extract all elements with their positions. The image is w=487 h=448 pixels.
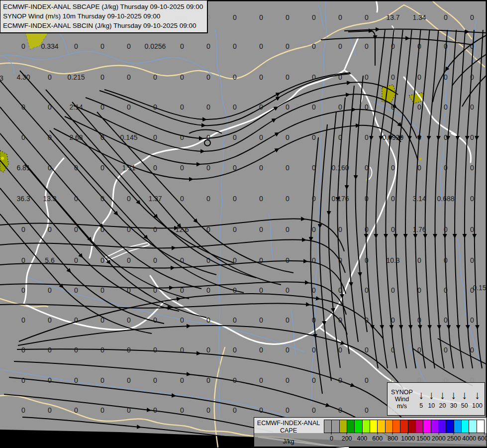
title-line-sbcape: ECMWF-INDEX-ANAL SBCAPE (J/kg) Thursday … xyxy=(3,2,203,11)
cape-swatch xyxy=(408,420,416,433)
cape-tick-label: 2000 xyxy=(432,435,446,442)
down-arrow-icon: ↓ xyxy=(475,389,480,401)
cape-tick-label: 0 xyxy=(330,435,333,442)
streamline xyxy=(86,82,398,138)
streamline xyxy=(321,38,473,45)
streamline xyxy=(0,81,216,275)
highlight-borders-layer xyxy=(24,0,479,448)
cape-tickmark xyxy=(392,432,393,435)
cape-swatch xyxy=(393,420,400,433)
synop-speed-value: 100 xyxy=(472,402,483,409)
cape-tickmark xyxy=(408,432,408,435)
cape-tickmark xyxy=(485,432,485,435)
cape-tick-label: 200 xyxy=(342,435,352,442)
cape-swatch xyxy=(400,420,408,433)
cape-swatch xyxy=(347,420,355,433)
streamline-eddy xyxy=(204,140,210,146)
cape-swatch xyxy=(477,420,484,433)
streamline xyxy=(405,30,421,368)
cape-title-line: CAPE xyxy=(280,427,297,435)
streamline xyxy=(72,102,281,285)
synop-speed-column: ↓100 xyxy=(472,389,483,409)
cape-swatch xyxy=(363,420,370,433)
streamline xyxy=(413,348,473,386)
map-canvas xyxy=(0,0,487,448)
streamline xyxy=(97,112,293,273)
cape-tick-label: 400 xyxy=(357,435,367,442)
streamline xyxy=(0,214,152,334)
cape-swatch xyxy=(454,420,462,433)
down-arrow-icon: ↓ xyxy=(429,389,434,401)
cape-swatch xyxy=(423,420,431,433)
cape-legend-title: ECMWF-INDEX-ANAL CAPE J/kg xyxy=(254,418,323,447)
title-box: ECMWF-INDEX-ANAL SBCAPE (J/kg) Thursday … xyxy=(0,0,208,33)
streamline xyxy=(425,30,439,368)
cape-colorbar-wrap: 0200400600800100015002000250040006000 xyxy=(323,418,487,447)
cape-swatch xyxy=(469,420,477,433)
synop-title-line: m/s xyxy=(388,403,416,410)
cape-tickmark xyxy=(331,432,332,435)
cape-swatch xyxy=(378,420,385,433)
synop-legend-title: SYNOP Wind m/s xyxy=(388,389,416,410)
synop-speed-column: ↓30 xyxy=(450,389,457,409)
cape-swatch xyxy=(446,420,454,433)
streamline xyxy=(347,86,358,342)
cape-tickmark xyxy=(377,432,378,435)
streamline xyxy=(415,30,430,368)
synop-speed-column: ↓50 xyxy=(461,389,468,409)
synop-speed-column: ↓5 xyxy=(418,389,424,409)
synop-wind-legend: SYNOP Wind m/s ↓5↓10↓20↓30↓50↓100 xyxy=(387,382,485,416)
cape-tick-label: 6000 xyxy=(478,435,487,442)
cape-colorbar xyxy=(324,420,485,433)
cape-tickmark xyxy=(454,432,454,435)
title-line-synop-wind: SYNOP Wind (m/s) 10m Thursday 09-10-2025… xyxy=(3,11,203,21)
cape-swatch xyxy=(370,420,378,433)
synop-speed-columns: ↓5↓10↓20↓30↓50↓100 xyxy=(416,383,485,415)
cape-tick-label: 1000 xyxy=(401,435,415,442)
down-arrow-icon: ↓ xyxy=(418,389,424,401)
cape-tickmark xyxy=(469,432,470,435)
cape-units-label: J/kg xyxy=(283,438,294,446)
cape-tick-label: 1500 xyxy=(416,435,430,442)
cape-swatch xyxy=(431,420,439,433)
cape-swatch xyxy=(416,420,423,433)
synop-speed-value: 20 xyxy=(439,402,446,409)
streamline xyxy=(356,76,367,332)
streamline xyxy=(4,394,274,432)
down-arrow-icon: ↓ xyxy=(440,389,445,401)
cape-swatch xyxy=(332,420,339,433)
streamline xyxy=(366,30,385,368)
cape-tickmark xyxy=(347,432,347,435)
streamline xyxy=(65,110,418,164)
streamline xyxy=(104,73,350,119)
cape-tick-label: 600 xyxy=(372,435,383,442)
synop-speed-value: 5 xyxy=(419,402,423,409)
synop-title-line: Wind xyxy=(388,396,416,403)
streamline xyxy=(20,71,234,263)
country-borders-layer xyxy=(0,0,485,447)
weather-map-window: 5.60000000013.71.340000.3340000.02560000… xyxy=(0,0,487,448)
cape-swatch xyxy=(386,420,393,433)
synop-speed-column: ↓20 xyxy=(439,389,446,409)
streamline xyxy=(395,30,411,368)
cape-color-legend: ECMWF-INDEX-ANAL CAPE J/kg 0200400600800… xyxy=(254,417,487,447)
cape-tick-label: 4000 xyxy=(462,435,476,442)
title-line-sbcin: ECMWF-INDEX-ANAL SBCIN (J/kg) Thursday 0… xyxy=(3,21,203,30)
cape-swatch xyxy=(355,420,362,433)
synop-speed-value: 50 xyxy=(461,402,468,409)
streamline xyxy=(465,30,474,368)
synop-title-line: SYNOP xyxy=(388,389,416,396)
streamline xyxy=(0,261,346,294)
synop-speed-column: ↓10 xyxy=(428,389,435,409)
streamline xyxy=(0,219,344,251)
cape-tickmark xyxy=(438,432,439,435)
streamline xyxy=(348,31,375,66)
cape-swatch xyxy=(439,420,446,433)
synop-speed-value: 30 xyxy=(450,402,457,409)
down-arrow-icon: ↓ xyxy=(462,389,467,401)
cape-swatch xyxy=(340,420,347,433)
synop-speed-value: 10 xyxy=(428,402,435,409)
cape-tickmark xyxy=(423,432,423,435)
down-arrow-icon: ↓ xyxy=(451,389,456,401)
cape-swatch xyxy=(462,420,469,433)
